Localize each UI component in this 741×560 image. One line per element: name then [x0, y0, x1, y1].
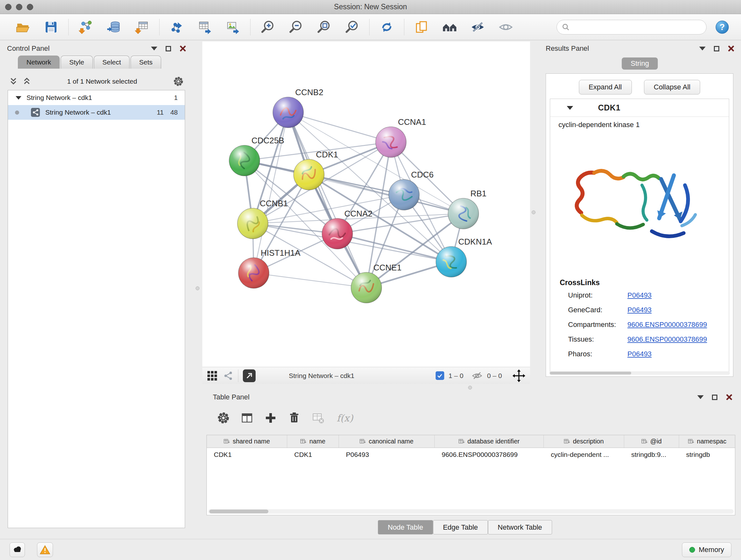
network-edge[interactable] [309, 175, 463, 213]
network-node-CDK1[interactable]: CDK1 [293, 150, 338, 190]
tab-sets[interactable]: Sets [131, 56, 161, 69]
network-edge[interactable] [288, 112, 391, 142]
panel-float-icon[interactable] [714, 46, 719, 51]
panel-float-icon[interactable] [165, 46, 171, 51]
crosslink-link[interactable]: P06493 [627, 350, 652, 358]
export-image-icon[interactable] [226, 20, 240, 35]
hide-selected-eye-slash-icon[interactable] [470, 20, 485, 35]
help-button[interactable]: ? [715, 20, 730, 35]
delete-column-trash-icon[interactable] [287, 411, 301, 425]
crosslink-link[interactable]: P06493 [627, 306, 652, 314]
panel-close-icon[interactable] [728, 45, 735, 52]
zoom-in-icon[interactable] [260, 20, 275, 35]
crosslink-link[interactable]: 9606.ENSP00000378699 [627, 335, 707, 344]
table-cell[interactable]: cyclin-dependent ... [544, 448, 624, 461]
crosslink-link[interactable]: P06493 [627, 291, 652, 300]
table-horizontal-scrollbar[interactable] [208, 509, 734, 514]
protein-section-header[interactable]: CDK1 [550, 99, 729, 117]
network-edge[interactable] [288, 112, 366, 288]
panel-close-icon[interactable] [726, 394, 733, 401]
column-header-description[interactable]: description [544, 435, 624, 448]
pan-crosshair-icon[interactable] [512, 369, 526, 382]
scrollbar-thumb[interactable] [209, 509, 268, 513]
right-splitter-handle[interactable] [532, 210, 536, 214]
network-node-CCNE1[interactable]: CCNE1 [351, 263, 401, 303]
memory-button[interactable]: Memory [682, 543, 731, 557]
detach-view-button[interactable] [243, 369, 256, 382]
expand-all-button[interactable]: Expand All [579, 80, 632, 95]
table-row[interactable]: CDK1CDK1P064939606.ENSP00000378699cyclin… [207, 448, 735, 461]
column-header-shared-name[interactable]: shared name [207, 435, 287, 448]
network-row[interactable]: String Network – cdk1 11 48 [8, 105, 185, 120]
network-node-CCNB2[interactable]: CCNB2 [273, 87, 323, 128]
table-cell[interactable]: P06493 [339, 448, 434, 461]
network-node-CCNA1[interactable]: CCNA1 [376, 117, 426, 158]
table-cell[interactable]: stringdb [679, 448, 735, 461]
panel-menu-icon[interactable] [697, 395, 704, 399]
show-all-eye-icon[interactable] [498, 20, 513, 35]
tab-select[interactable]: Select [94, 56, 130, 69]
tab-node-table[interactable]: Node Table [378, 520, 433, 535]
left-splitter-handle[interactable] [196, 287, 199, 290]
zoom-fit-icon[interactable] [317, 20, 331, 35]
table-cell[interactable]: 9606.ENSP00000378699 [434, 448, 544, 461]
expand-all-networks-icon[interactable] [22, 76, 32, 86]
import-table-icon[interactable] [135, 20, 149, 35]
share-view-icon[interactable] [223, 370, 233, 381]
homes-icon[interactable] [442, 20, 457, 35]
section-collapse-caret-icon[interactable] [567, 106, 573, 110]
panel-close-icon[interactable] [179, 45, 186, 52]
crosslink-link[interactable]: 9606.ENSP00000378699 [627, 320, 707, 329]
export-network-icon[interactable] [170, 20, 184, 35]
refresh-layout-icon[interactable] [380, 20, 394, 35]
tab-network[interactable]: Network [18, 56, 60, 69]
save-session-icon[interactable] [44, 20, 58, 35]
column-header-database-identifier[interactable]: database identifier [434, 435, 544, 448]
grid-view-icon[interactable] [207, 370, 218, 381]
network-collection-row[interactable]: String Network – cdk1 1 [8, 90, 185, 105]
import-network-file-icon[interactable] [78, 20, 93, 35]
network-node-HIST1H1A[interactable]: HIST1H1A [239, 248, 300, 288]
network-node-RB1[interactable]: RB1 [448, 189, 487, 229]
table-cell[interactable]: stringdb:9... [624, 448, 679, 461]
bottom-splitter-handle[interactable] [468, 386, 472, 389]
table-cell[interactable]: CDK1 [287, 448, 339, 461]
gear-icon[interactable] [172, 75, 185, 87]
tab-edge-table[interactable]: Edge Table [433, 520, 488, 535]
network-edge[interactable] [254, 273, 366, 288]
duplicate-documents-icon[interactable] [414, 20, 429, 35]
results-tab-string[interactable]: String [622, 57, 658, 70]
warnings-button[interactable] [37, 543, 53, 557]
hidden-items-eye-slash-icon[interactable] [472, 370, 482, 381]
import-network-database-icon[interactable] [107, 20, 121, 35]
export-table-icon[interactable] [198, 20, 212, 35]
collapse-all-button[interactable]: Collapse All [644, 80, 700, 95]
panel-float-icon[interactable] [712, 395, 718, 400]
zoom-selected-icon[interactable] [345, 20, 359, 35]
network-node-CDKN1A[interactable]: CDKN1A [436, 237, 492, 277]
selected-items-checkbox-icon[interactable] [435, 371, 444, 380]
panel-menu-icon[interactable] [699, 47, 705, 51]
network-canvas[interactable]: CCNB2CCNA1CDC25BCDK1CDC6RB1CCNB1CCNA2CDK… [202, 42, 530, 367]
scrollbar-thumb[interactable] [550, 372, 631, 374]
table-settings-gear-icon[interactable] [216, 411, 231, 425]
zoom-out-icon[interactable] [288, 20, 303, 35]
cloud-status-button[interactable] [10, 543, 25, 557]
column-header-namespac[interactable]: namespac [679, 435, 735, 448]
tree-expand-caret-icon[interactable] [16, 96, 21, 100]
network-node-CCNB1[interactable]: CCNB1 [238, 199, 288, 239]
collapse-all-networks-icon[interactable] [8, 76, 18, 86]
results-horizontal-scrollbar[interactable] [549, 371, 730, 375]
search-input[interactable] [573, 23, 701, 31]
column-header--id[interactable]: @id [624, 435, 679, 448]
show-columns-icon[interactable] [240, 411, 254, 425]
column-header-canonical-name[interactable]: canonical name [339, 435, 434, 448]
tab-network-table[interactable]: Network Table [488, 520, 552, 535]
table-cell[interactable]: CDK1 [207, 448, 287, 461]
open-session-icon[interactable] [16, 20, 30, 35]
add-column-plus-icon[interactable] [263, 411, 278, 425]
search-box[interactable] [556, 20, 706, 35]
tab-style[interactable]: Style [61, 56, 93, 69]
column-header-name[interactable]: name [287, 435, 339, 448]
panel-menu-icon[interactable] [151, 47, 157, 51]
